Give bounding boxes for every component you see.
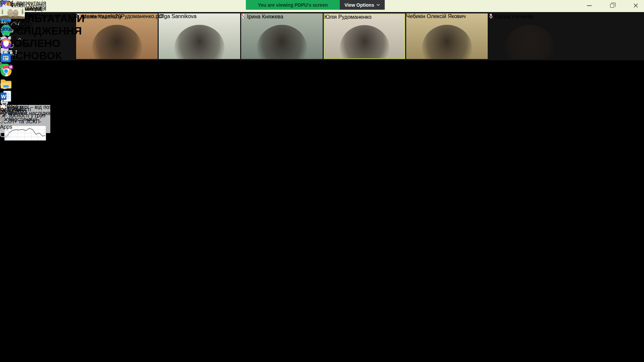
participant-name: Olga Sannikova: [159, 13, 197, 19]
muted-mic-icon: [241, 13, 246, 18]
file-explorer-icon[interactable]: [0, 79, 27, 90]
participant-video: [257, 25, 307, 59]
leave-button[interactable]: Leave: [0, 146, 15, 152]
participant-tile[interactable]: Olga Sannikova: [159, 13, 240, 59]
participant-tile-active-speaker[interactable]: Юлія Рудоманенко: [324, 13, 405, 59]
participant-tile[interactable]: Чебикін Олексій Якович: [406, 13, 488, 59]
svg-text:W: W: [1, 94, 6, 99]
hidden-icons-chevron[interactable]: [0, 107, 5, 110]
speaker-icon[interactable]: [9, 111, 16, 117]
whiteboard-icon: [0, 130, 9, 139]
participant-tile[interactable]: Karina Fomenko: [489, 13, 570, 59]
participant-video: [422, 25, 472, 59]
svg-text:M: M: [9, 65, 12, 69]
chevron-down-icon: [376, 4, 380, 6]
tray-mic-icon[interactable]: [6, 103, 11, 110]
search-icon: [0, 0, 6, 6]
weather-desc: Mostly cloudy: [0, 20, 15, 32]
secure-browser-icon[interactable]: [0, 38, 27, 51]
participant-name-tag: Olga Sannikova: [159, 13, 240, 19]
viewing-screen-banner: You are viewing PDPU's screen: [246, 0, 340, 10]
participant-name: Юлія Рудоманенко: [324, 14, 371, 20]
word-app-icon[interactable]: W: [0, 90, 27, 103]
thumb-page-label: 12: [0, 181, 6, 187]
participant-name-tag: Karina Fomenko: [489, 13, 570, 20]
screen: Zoom Meeting You are viewing PDPU's scre…: [0, 0, 644, 362]
muted-mic-icon: [489, 13, 493, 18]
participant-name-tag: Ірина Княжева: [241, 13, 323, 20]
whiteboards-button[interactable]: Whiteboards: [0, 130, 33, 146]
restore-icon: [610, 4, 614, 8]
search-box[interactable]: Пошук: [0, 0, 25, 20]
search-highlight-owls-image[interactable]: [0, 7, 25, 19]
view-options-label: View Options: [344, 2, 374, 8]
thumb-title: ВІДПОВІДНО ДО ШОСТОГО ЗАВДАННЯ: [0, 150, 34, 174]
microsoft-store-icon[interactable]: [0, 51, 27, 64]
participant-name: Karina Fomenko: [494, 14, 534, 19]
view-options-button[interactable]: View Options: [340, 0, 385, 10]
participant-tile[interactable]: Ірина Княжева: [241, 13, 323, 59]
participant-video: [504, 25, 555, 59]
participant-name-tag: Юлія Рудоманенко: [324, 14, 405, 20]
search-placeholder: Пошук: [7, 1, 23, 7]
participant-video: [174, 25, 225, 59]
thumbnail-page-12[interactable]: ВІДПОВІДНО ДО ШОСТОГО ЗАВДАННЯ: [0, 150, 34, 178]
whiteboards-label: Whiteboards: [0, 140, 30, 146]
wifi-icon[interactable]: [0, 112, 7, 117]
language-indicator[interactable]: УКР: [13, 105, 23, 111]
participant-name: Ірина Княжева: [247, 14, 283, 19]
restore-button[interactable]: [602, 0, 622, 11]
participant-video: [339, 25, 389, 59]
chrome-browser-icon[interactable]: M: [0, 64, 27, 79]
participant-name-tag: Чебикін Олексій Якович: [406, 13, 488, 19]
system-tray: УКР: [0, 103, 27, 118]
minimize-button[interactable]: [580, 0, 599, 11]
windows-taskbar: 13°C Mostly cloudy Пошук: [0, 0, 27, 115]
close-button[interactable]: [626, 0, 644, 11]
participant-name: Чебикін Олексій Якович: [406, 13, 466, 19]
apps-label: Apps: [0, 124, 12, 130]
